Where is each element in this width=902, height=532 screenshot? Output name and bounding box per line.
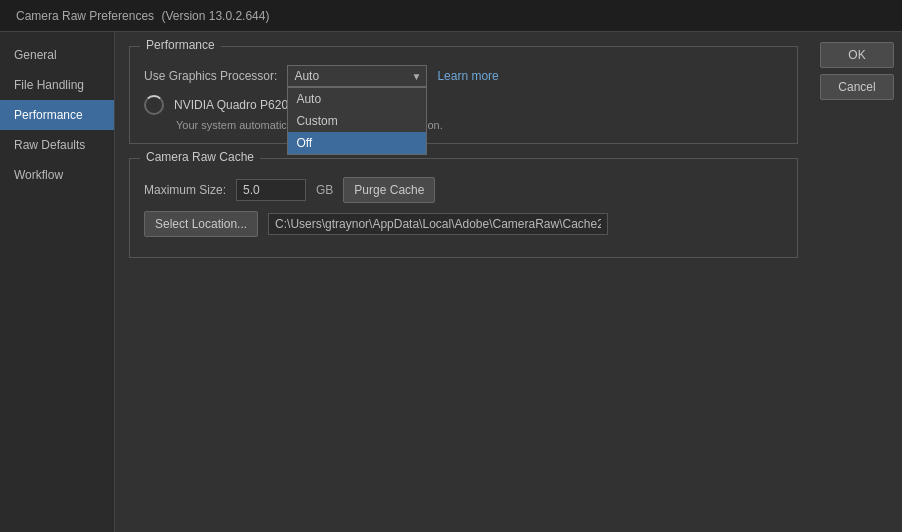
- sidebar-item-file-handling[interactable]: File Handling: [0, 70, 114, 100]
- gpu-name: NVIDIA Quadro P620: [174, 98, 288, 112]
- camera-raw-cache-content: Maximum Size: GB Purge Cache Select Loca…: [144, 177, 783, 237]
- cancel-button[interactable]: Cancel: [820, 74, 894, 100]
- dropdown-option-auto[interactable]: Auto: [288, 88, 426, 110]
- app-title: Camera Raw Preferences (Version 13.0.2.6…: [12, 9, 269, 23]
- select-location-button[interactable]: Select Location...: [144, 211, 258, 237]
- select-location-row: Select Location...: [144, 211, 783, 237]
- performance-group: Performance Use Graphics Processor: Auto…: [129, 46, 798, 144]
- sidebar: General File Handling Performance Raw De…: [0, 32, 115, 532]
- gpu-info-row: NVIDIA Quadro P620: [144, 95, 783, 115]
- ok-button[interactable]: OK: [820, 42, 894, 68]
- performance-group-content: Use Graphics Processor: Auto Custom Off …: [144, 65, 783, 131]
- cache-path-field[interactable]: [268, 213, 608, 235]
- sidebar-item-workflow[interactable]: Workflow: [0, 160, 114, 190]
- graphics-processor-dropdown-open: Auto Custom Off: [287, 87, 427, 155]
- graphics-processor-label: Use Graphics Processor:: [144, 69, 277, 83]
- sidebar-item-raw-defaults[interactable]: Raw Defaults: [0, 130, 114, 160]
- maximum-size-label: Maximum Size:: [144, 183, 226, 197]
- dropdown-option-off[interactable]: Off: [288, 132, 426, 154]
- camera-raw-cache-group: Camera Raw Cache Maximum Size: GB Purge …: [129, 158, 798, 258]
- graphics-processor-row: Use Graphics Processor: Auto Custom Off …: [144, 65, 783, 87]
- dropdown-option-custom[interactable]: Custom: [288, 110, 426, 132]
- sidebar-item-performance[interactable]: Performance: [0, 100, 114, 130]
- maximum-size-input[interactable]: [236, 179, 306, 201]
- main-layout: General File Handling Performance Raw De…: [0, 32, 902, 532]
- title-bar: Camera Raw Preferences (Version 13.0.2.6…: [0, 0, 902, 32]
- sidebar-item-general[interactable]: General: [0, 40, 114, 70]
- purge-cache-button[interactable]: Purge Cache: [343, 177, 435, 203]
- gpu-spinner-icon: [144, 95, 164, 115]
- graphics-processor-select[interactable]: Auto Custom Off: [287, 65, 427, 87]
- graphics-processor-dropdown-wrapper: Auto Custom Off ▼ Auto Custom: [287, 65, 427, 87]
- camera-raw-cache-group-title: Camera Raw Cache: [140, 150, 260, 164]
- maximum-size-row: Maximum Size: GB Purge Cache: [144, 177, 783, 203]
- unit-label: GB: [316, 183, 333, 197]
- content-area: Performance Use Graphics Processor: Auto…: [115, 32, 812, 532]
- learn-more-link[interactable]: Learn more: [437, 69, 498, 83]
- performance-group-title: Performance: [140, 38, 221, 52]
- gpu-status: Your system automatically supports basic…: [176, 119, 783, 131]
- right-buttons: OK Cancel: [812, 32, 902, 532]
